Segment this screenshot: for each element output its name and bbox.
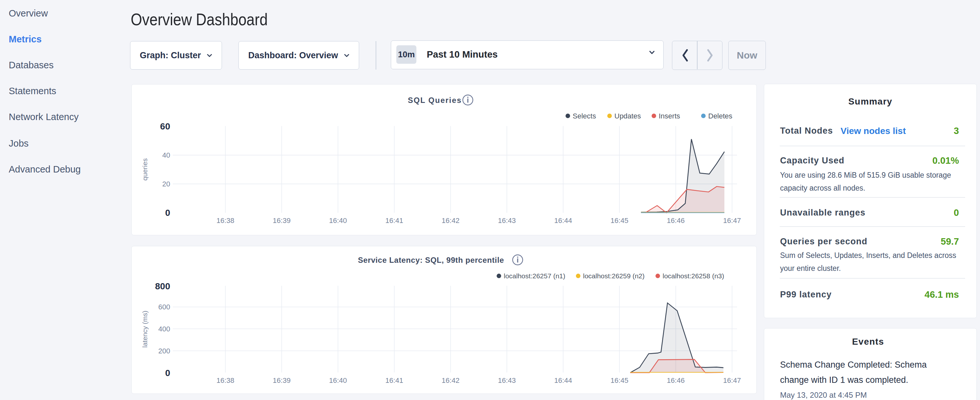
svg-text:16:41: 16:41	[385, 217, 403, 225]
svg-text:16:45: 16:45	[611, 217, 628, 225]
svg-text:16:39: 16:39	[273, 376, 291, 384]
svg-text:16:45: 16:45	[611, 376, 628, 384]
svg-text:Deletes: Deletes	[708, 112, 732, 120]
svg-text:0: 0	[165, 368, 170, 378]
svg-text:600: 600	[158, 303, 170, 311]
svg-text:Service Latency: SQL, 99th per: Service Latency: SQL, 99th percentile	[358, 256, 504, 265]
svg-text:localhost:26257 (n1): localhost:26257 (n1)	[504, 272, 565, 280]
svg-text:Inserts: Inserts	[659, 112, 680, 120]
svg-text:SQL Queries: SQL Queries	[408, 96, 462, 105]
svg-text:16:40: 16:40	[329, 376, 347, 384]
svg-text:Selects: Selects	[573, 112, 596, 120]
svg-text:16:47: 16:47	[723, 217, 741, 225]
svg-text:16:40: 16:40	[329, 217, 347, 225]
svg-text:200: 200	[158, 347, 170, 355]
svg-text:20: 20	[162, 180, 170, 188]
svg-text:16:39: 16:39	[273, 217, 291, 225]
svg-text:16:44: 16:44	[554, 376, 572, 384]
svg-text:0: 0	[165, 208, 170, 218]
svg-text:60: 60	[160, 121, 170, 131]
svg-text:localhost:26258 (n3): localhost:26258 (n3)	[663, 272, 724, 280]
svg-text:16:41: 16:41	[385, 376, 403, 384]
svg-text:16:42: 16:42	[442, 217, 460, 225]
svg-text:16:44: 16:44	[554, 217, 572, 225]
svg-text:localhost:26259 (n2): localhost:26259 (n2)	[583, 272, 644, 280]
svg-text:800: 800	[155, 281, 170, 291]
svg-text:16:43: 16:43	[498, 376, 516, 384]
svg-text:latency (ms): latency (ms)	[141, 311, 148, 347]
svg-text:16:38: 16:38	[216, 376, 234, 384]
svg-text:40: 40	[162, 151, 170, 159]
svg-text:16:47: 16:47	[723, 376, 741, 384]
svg-text:Updates: Updates	[614, 112, 641, 120]
svg-text:16:46: 16:46	[667, 376, 685, 384]
svg-text:16:42: 16:42	[442, 376, 460, 384]
svg-text:16:38: 16:38	[216, 217, 234, 225]
svg-text:400: 400	[158, 325, 170, 333]
svg-text:queries: queries	[141, 158, 148, 180]
svg-text:16:46: 16:46	[667, 217, 685, 225]
svg-text:16:43: 16:43	[498, 217, 516, 225]
